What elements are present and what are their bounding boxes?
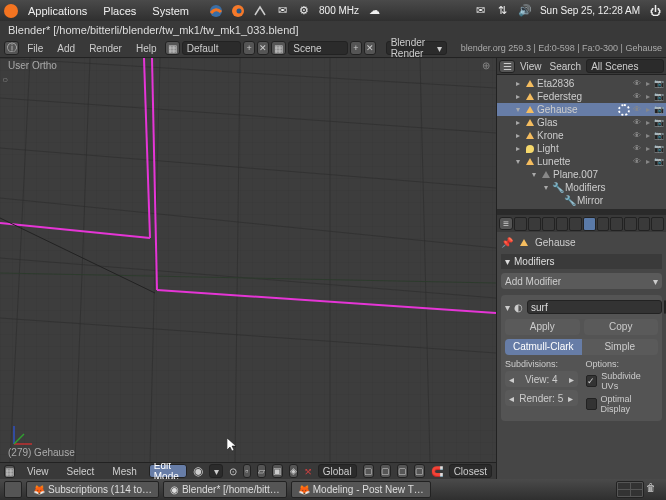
occlude-icon[interactable]: ◈	[289, 464, 298, 478]
constraints-tab[interactable]	[569, 217, 582, 231]
cpu-freq[interactable]: 800 MHz	[319, 5, 359, 16]
viewport-editor-icon[interactable]: ▦	[4, 465, 15, 478]
pin-icon[interactable]: 📌	[501, 237, 513, 248]
manipulator-icon[interactable]: ⤧	[304, 466, 312, 477]
modifier-expand-icon[interactable]: ▾	[505, 302, 510, 313]
volume-icon[interactable]: 🔊	[518, 4, 532, 18]
expand-toggle-icon[interactable]: ▾	[513, 157, 523, 166]
task-blender[interactable]: ◉Blender* [/home/bitt…	[163, 481, 287, 498]
editor-type-icon[interactable]: ⓘ	[4, 41, 19, 55]
expand-toggle-icon[interactable]: ▸	[513, 92, 523, 101]
outliner-tree[interactable]: ▸Eta2836👁▸📷▸Federsteg👁▸📷▾Gehause👁▸📷▸Glas…	[497, 75, 666, 209]
copy-button[interactable]: Copy	[584, 319, 659, 335]
tree-row[interactable]: ▾Lunette👁▸📷	[497, 155, 666, 168]
visibility-toggle-icon[interactable]: 👁	[632, 105, 642, 114]
remove-scene-button[interactable]: ✕	[364, 41, 376, 55]
places-menu[interactable]: Places	[97, 5, 142, 17]
file-menu[interactable]: File	[21, 43, 49, 54]
tree-row[interactable]: ▾🔧Modifiers	[497, 181, 666, 194]
renderable-toggle-icon[interactable]: 📷	[654, 118, 664, 127]
gear-icon[interactable]: ⚙	[297, 4, 311, 18]
render-subdivisions-spinner[interactable]: ◂Render: 5▸	[505, 390, 578, 406]
task-firefox[interactable]: 🦊Subscriptions (114 to…	[26, 481, 159, 498]
expand-toggle-icon[interactable]: ▾	[513, 105, 523, 114]
tree-row[interactable]: ▸Glas👁▸📷	[497, 116, 666, 129]
scene-tab[interactable]	[528, 217, 541, 231]
object-tab[interactable]	[556, 217, 569, 231]
expand-toggle-icon[interactable]: ▸	[513, 144, 523, 153]
particles-tab[interactable]	[638, 217, 651, 231]
selectable-toggle-icon[interactable]: ▸	[643, 131, 653, 140]
optimal-display-checkbox[interactable]	[586, 398, 597, 410]
visibility-toggle-icon[interactable]: 👁	[632, 144, 642, 153]
mode-dropdown[interactable]: Edit Mode	[149, 464, 187, 478]
renderable-toggle-icon[interactable]: 📷	[654, 131, 664, 140]
visibility-toggle-icon[interactable]: 👁	[632, 118, 642, 127]
tree-row[interactable]: ▸Krone👁▸📷	[497, 129, 666, 142]
layer-3[interactable]: ▢	[397, 464, 408, 478]
add-scene-button[interactable]: +	[350, 41, 362, 55]
add-modifier-dropdown[interactable]: Add Modifier▾	[501, 273, 662, 289]
tree-row[interactable]: ▸Federsteg👁▸📷	[497, 90, 666, 103]
selectable-toggle-icon[interactable]: ▸	[643, 92, 653, 101]
notification-icon[interactable]: ✉	[474, 4, 488, 18]
selectable-toggle-icon[interactable]: ▸	[643, 118, 653, 127]
add-menu[interactable]: Add	[51, 43, 81, 54]
face-select-icon[interactable]: ▣	[272, 464, 283, 478]
layer-2[interactable]: ▢	[380, 464, 391, 478]
tree-row[interactable]: ▾Gehause👁▸📷	[497, 103, 666, 116]
properties-editor-icon[interactable]: ≡	[499, 217, 513, 230]
expand-toggle-icon[interactable]: ▸	[513, 131, 523, 140]
workspace-switcher[interactable]	[616, 481, 644, 498]
task-firefox-2[interactable]: 🦊Modeling - Post New T…	[291, 481, 431, 498]
3d-viewport[interactable]: User Ortho ○ ⊕	[0, 58, 496, 462]
edge-select-icon[interactable]: ▱	[257, 464, 266, 478]
screen-layout-dropdown[interactable]: Default	[182, 41, 242, 55]
expand-toggle-icon[interactable]: ▸	[513, 79, 523, 88]
renderable-toggle-icon[interactable]: 📷	[654, 157, 664, 166]
render-menu[interactable]: Render	[83, 43, 128, 54]
subdivide-uvs-checkbox[interactable]	[586, 375, 598, 387]
snap-magnet-icon[interactable]: 🧲	[431, 466, 443, 477]
apply-button[interactable]: Apply	[505, 319, 580, 335]
visibility-toggle-icon[interactable]: 👁	[632, 157, 642, 166]
network-icon[interactable]	[253, 4, 267, 18]
render-tab[interactable]	[514, 217, 527, 231]
renderable-toggle-icon[interactable]: 📷	[654, 79, 664, 88]
expand-toggle-icon[interactable]: ▾	[529, 170, 539, 179]
selectable-toggle-icon[interactable]: ▸	[643, 157, 653, 166]
modifiers-tab[interactable]	[583, 217, 596, 231]
data-tab[interactable]	[597, 217, 610, 231]
orientation-dropdown[interactable]: Global	[318, 464, 357, 478]
select-menu[interactable]: Select	[61, 466, 101, 477]
snap-mode-dropdown[interactable]: Closest	[449, 464, 492, 478]
remove-layout-button[interactable]: ✕	[257, 41, 269, 55]
catmull-clark-tab[interactable]: Catmull-Clark	[505, 339, 582, 355]
outliner-editor-icon[interactable]: ☰	[499, 60, 515, 73]
layer-4[interactable]: ▢	[414, 464, 425, 478]
applications-menu[interactable]: Applications	[22, 5, 93, 17]
simple-tab[interactable]: Simple	[582, 339, 659, 355]
outliner-view-menu[interactable]: View	[517, 61, 545, 72]
render-engine-dropdown[interactable]: Blender Render▾	[386, 41, 447, 55]
expand-toggle-icon[interactable]: ▸	[513, 118, 523, 127]
outliner-filter-dropdown[interactable]: All Scenes	[586, 59, 664, 73]
selectable-toggle-icon[interactable]: ▸	[643, 105, 653, 114]
tree-row[interactable]: ▾Plane.007	[497, 168, 666, 181]
view-subdivisions-spinner[interactable]: ◂View: 4▸	[505, 371, 578, 387]
visibility-toggle-icon[interactable]: 👁	[632, 131, 642, 140]
mesh-menu[interactable]: Mesh	[106, 466, 142, 477]
scene-browse-icon[interactable]: ▦	[271, 41, 286, 55]
show-desktop-button[interactable]	[4, 481, 22, 498]
layout-browse-icon[interactable]: ▦	[165, 41, 180, 55]
blender-icon[interactable]	[231, 4, 245, 18]
material-tab[interactable]	[610, 217, 623, 231]
help-menu[interactable]: Help	[130, 43, 163, 54]
selectable-toggle-icon[interactable]: ▸	[643, 79, 653, 88]
expand-toggle-icon[interactable]: ▾	[541, 183, 551, 192]
outliner-search-menu[interactable]: Search	[547, 61, 585, 72]
world-tab[interactable]	[542, 217, 555, 231]
clock[interactable]: Sun Sep 25, 12:28 AM	[540, 5, 640, 16]
view-menu[interactable]: View	[21, 466, 55, 477]
renderable-toggle-icon[interactable]: 📷	[654, 105, 664, 114]
